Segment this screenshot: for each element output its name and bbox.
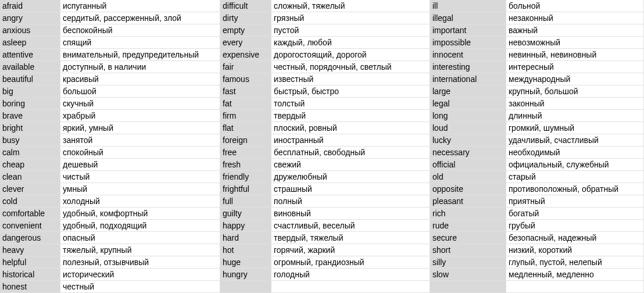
russian-translation-cell: большой	[60, 85, 220, 98]
russian-translation-cell: известный	[271, 73, 430, 85]
russian-translation-cell: важный	[506, 24, 644, 37]
russian-translation-cell: умный	[60, 183, 220, 195]
english-word-cell: clever	[0, 183, 60, 195]
english-word-cell: ill	[430, 0, 506, 12]
russian-translation-cell	[506, 281, 644, 293]
english-word-cell: boring	[0, 98, 60, 110]
russian-translation-cell: быстрый, быстро	[271, 85, 430, 98]
english-word-cell: hungry	[220, 269, 271, 281]
english-word-cell: opposite	[430, 183, 506, 195]
russian-translation-cell: удобный, подходящий	[60, 220, 220, 232]
russian-translation-cell: бесплатный, свободный	[271, 146, 430, 159]
english-word-cell: international	[430, 73, 506, 85]
russian-translation-cell: грубый	[506, 220, 644, 232]
english-word-cell: huge	[220, 256, 271, 269]
russian-translation-cell: чистый	[60, 171, 220, 183]
russian-translation-cell: испуганный	[60, 0, 220, 12]
russian-translation-cell: счастливый, веселый	[271, 220, 430, 232]
english-word-cell: official	[430, 159, 506, 171]
english-word-cell: cheap	[0, 159, 60, 171]
english-word-cell: honest	[0, 281, 60, 293]
russian-translation-cell: медленный, медленно	[506, 269, 644, 281]
english-word-cell: fat	[220, 98, 271, 110]
russian-translation-cell: невинный, невиновный	[506, 49, 644, 61]
english-word-cell: beautiful	[0, 73, 60, 85]
russian-translation-cell: опасный	[60, 232, 220, 244]
russian-translation-cell: толстый	[271, 98, 430, 110]
english-word-cell: fast	[220, 85, 271, 98]
english-word-cell: foreign	[220, 134, 271, 146]
russian-translation-cell: дорогостоящий, дорогой	[271, 49, 430, 61]
russian-translation-cell: твердый	[271, 110, 430, 122]
russian-translation-cell: больной	[506, 0, 644, 12]
russian-translation-cell: виновный	[271, 208, 430, 220]
russian-translation-cell: международный	[506, 73, 644, 85]
russian-translation-cell: невозможный	[506, 37, 644, 49]
russian-translation-cell: огромный, грандиозный	[271, 256, 430, 269]
russian-translation-cell: беспокойный	[60, 24, 220, 37]
english-word-cell: pleasant	[430, 195, 506, 208]
russian-translation-cell: полезный, отзывчивый	[60, 256, 220, 269]
english-word-cell: dirty	[220, 12, 271, 24]
russian-translation-cell: безопасный, надежный	[506, 232, 644, 244]
russian-translation-cell: холодный	[60, 195, 220, 208]
english-word-cell: old	[430, 171, 506, 183]
english-word-cell: slow	[430, 269, 506, 281]
russian-translation-cell: интересный	[506, 61, 644, 73]
russian-translation-cell: громкий, шумный	[506, 122, 644, 134]
russian-translation-cell: красивый	[60, 73, 220, 85]
russian-translation-cell: низкий, короткий	[506, 244, 644, 256]
english-word-cell: fresh	[220, 159, 271, 171]
english-word-cell: attentive	[0, 49, 60, 61]
english-word-cell: friendly	[220, 171, 271, 183]
russian-translation-cell: грязный	[271, 12, 430, 24]
russian-translation-cell: страшный	[271, 183, 430, 195]
english-word-cell: rich	[430, 208, 506, 220]
english-word-cell: historical	[0, 269, 60, 281]
english-word-cell: empty	[220, 24, 271, 37]
english-word-cell: secure	[430, 232, 506, 244]
english-word-cell: big	[0, 85, 60, 98]
russian-translation-cell: приятный	[506, 195, 644, 208]
english-word-cell: clean	[0, 171, 60, 183]
russian-translation-cell: противоположный, обратный	[506, 183, 644, 195]
russian-translation-cell: глупый, пустой, нелепый	[506, 256, 644, 269]
russian-translation-cell: официальный, служебный	[506, 159, 644, 171]
english-word-cell: comfortable	[0, 208, 60, 220]
russian-translation-cell: полный	[271, 195, 430, 208]
russian-translation-cell: спящий	[60, 37, 220, 49]
russian-translation-cell: богатый	[506, 208, 644, 220]
russian-translation-cell: дешевый	[60, 159, 220, 171]
english-word-cell: happy	[220, 220, 271, 232]
russian-translation-cell: длинный	[506, 110, 644, 122]
russian-translation-cell: свежий	[271, 159, 430, 171]
english-word-cell: long	[430, 110, 506, 122]
russian-translation-cell: исторический	[60, 269, 220, 281]
english-word-cell: afraid	[0, 0, 60, 12]
english-word-cell: busy	[0, 134, 60, 146]
english-word-cell: heavy	[0, 244, 60, 256]
english-word-cell: important	[430, 24, 506, 37]
english-word-cell: hard	[220, 232, 271, 244]
russian-translation-cell: крупный, большой	[506, 85, 644, 98]
russian-translation-cell: честный, порядочный, светлый	[271, 61, 430, 73]
english-word-cell: firm	[220, 110, 271, 122]
russian-translation-cell: твердый, тяжелый	[271, 232, 430, 244]
vocabulary-table: afraidиспуганныйdifficultсложный, тяжелы…	[0, 0, 644, 293]
english-word-cell: necessary	[430, 146, 506, 159]
english-word-cell: rude	[430, 220, 506, 232]
english-word-cell	[220, 281, 271, 293]
russian-translation-cell: яркий, умный	[60, 122, 220, 134]
russian-translation-cell: скучный	[60, 98, 220, 110]
english-word-cell: convenient	[0, 220, 60, 232]
russian-translation-cell: удобный, комфортный	[60, 208, 220, 220]
russian-translation-cell: старый	[506, 171, 644, 183]
english-word-cell: innocent	[430, 49, 506, 61]
english-word-cell: legal	[430, 98, 506, 110]
english-word-cell: fair	[220, 61, 271, 73]
russian-translation-cell: сложный, тяжелый	[271, 0, 430, 12]
english-word-cell: brave	[0, 110, 60, 122]
english-word-cell: difficult	[220, 0, 271, 12]
english-word-cell: available	[0, 61, 60, 73]
russian-translation-cell: голодный	[271, 269, 430, 281]
